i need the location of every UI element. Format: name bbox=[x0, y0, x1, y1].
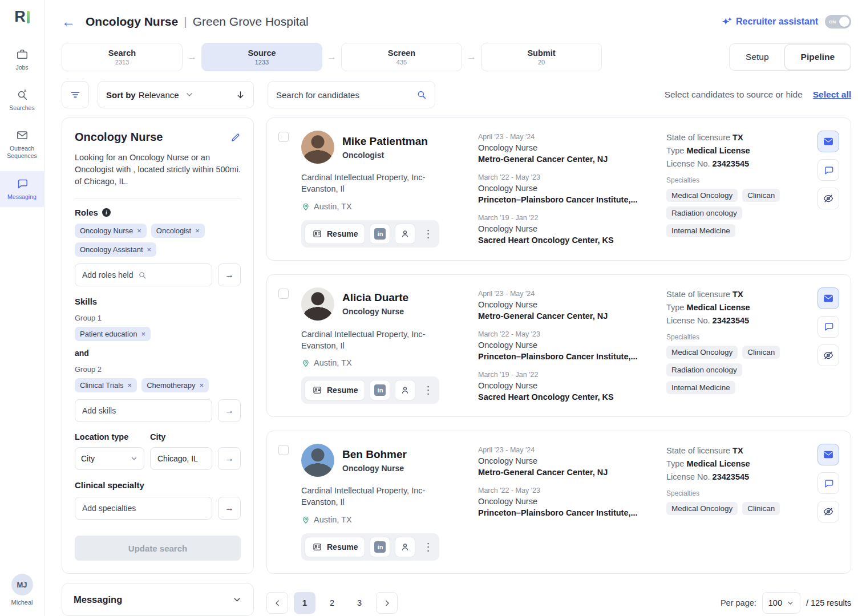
candidate-search-input[interactable] bbox=[276, 90, 412, 100]
page-button-3[interactable]: 3 bbox=[349, 592, 370, 614]
resume-button[interactable]: Resume bbox=[305, 224, 365, 244]
license-no-value: 23423545 bbox=[713, 316, 750, 325]
next-page-button[interactable] bbox=[376, 592, 398, 614]
candidate-checkbox[interactable] bbox=[278, 132, 289, 142]
more-options-button[interactable]: ⋮ bbox=[420, 380, 436, 400]
stage-submit[interactable]: Submit 20 bbox=[481, 43, 602, 71]
remove-chip-icon[interactable]: × bbox=[137, 226, 141, 235]
topbar-right: ✦✦ Recruiter assistant ON bbox=[722, 15, 851, 29]
location-type-select[interactable]: City bbox=[75, 447, 144, 470]
experience-role: Oncology Nurse bbox=[478, 341, 658, 350]
back-button[interactable]: ← bbox=[62, 15, 75, 29]
license-type-label: Type bbox=[666, 459, 684, 468]
email-button[interactable] bbox=[818, 287, 839, 309]
filter-button[interactable] bbox=[62, 81, 89, 108]
stage-source[interactable]: Source 1233 bbox=[201, 43, 322, 71]
remove-chip-icon[interactable]: × bbox=[199, 381, 204, 390]
sidebar-item-outreach-sequences[interactable]: Outreach Sequences bbox=[0, 123, 44, 166]
sort-select[interactable]: Sort by Relevance bbox=[98, 81, 254, 108]
hide-button[interactable] bbox=[818, 188, 839, 209]
license-state-label: State of licensure bbox=[666, 446, 730, 455]
submit-specialties-button[interactable]: → bbox=[218, 497, 241, 520]
recruiter-assistant-button[interactable]: ✦✦ Recruiter assistant bbox=[722, 17, 818, 27]
license-info: State of licensureTX TypeMedical License… bbox=[666, 287, 808, 404]
skill-chip[interactable]: Chemotherapy× bbox=[141, 378, 209, 392]
linkedin-button[interactable]: in bbox=[370, 537, 390, 557]
message-button[interactable] bbox=[818, 472, 839, 494]
sidebar-item-messaging[interactable]: Messaging bbox=[0, 171, 44, 207]
remove-chip-icon[interactable]: × bbox=[195, 226, 200, 235]
app-logo[interactable]: R bbox=[14, 9, 30, 25]
email-button[interactable] bbox=[818, 444, 839, 465]
experience-dates: March '19 - Jan '22 bbox=[478, 371, 658, 379]
location-pin-icon bbox=[301, 358, 310, 367]
role-chip[interactable]: Oncology Nurse× bbox=[75, 224, 147, 238]
role-chip[interactable]: Oncologist× bbox=[151, 224, 205, 238]
message-button[interactable] bbox=[818, 316, 839, 338]
sort-direction-button[interactable] bbox=[236, 90, 245, 100]
email-button[interactable] bbox=[818, 131, 839, 152]
add-skills-field bbox=[75, 399, 212, 422]
resume-button[interactable]: Resume bbox=[305, 537, 365, 557]
add-skills-input[interactable] bbox=[82, 406, 205, 415]
add-roles-input[interactable]: Add roles held bbox=[75, 264, 212, 286]
stage-search[interactable]: Search 2313 bbox=[62, 43, 183, 71]
page-button-1[interactable]: 1 bbox=[294, 592, 315, 614]
skill-chip[interactable]: Patient education× bbox=[75, 327, 151, 341]
remove-chip-icon[interactable]: × bbox=[128, 381, 132, 390]
page-button-2[interactable]: 2 bbox=[321, 592, 343, 614]
submit-roles-button[interactable]: → bbox=[218, 264, 241, 286]
select-all-link[interactable]: Select all bbox=[813, 90, 851, 100]
chevron-down-icon bbox=[787, 599, 794, 607]
role-chip[interactable]: Oncology Assistant× bbox=[75, 242, 156, 257]
hide-button[interactable] bbox=[818, 501, 839, 522]
message-button[interactable] bbox=[818, 159, 839, 181]
submit-skills-button[interactable]: → bbox=[218, 399, 241, 422]
update-search-button[interactable]: Update search bbox=[75, 536, 241, 561]
eye-off-icon bbox=[823, 350, 834, 361]
remove-chip-icon[interactable]: × bbox=[147, 245, 152, 254]
user-avatar[interactable]: MJ bbox=[11, 574, 33, 595]
candidate-quick-actions bbox=[816, 131, 839, 248]
contact-profile-button[interactable] bbox=[395, 380, 415, 400]
experience-list: April '23 - May '24 Oncology Nurse Metro… bbox=[478, 444, 658, 561]
messaging-section[interactable]: Messaging bbox=[62, 583, 254, 616]
specialty-chip: Internal Medicine bbox=[666, 381, 735, 394]
linkedin-button[interactable]: in bbox=[370, 380, 390, 400]
specialty-list: Medical Oncology Clinican Radiation onco… bbox=[666, 189, 808, 237]
specialties-label: Specialties bbox=[666, 333, 808, 341]
stage-arrow-icon: → bbox=[327, 51, 337, 63]
candidate-checkbox[interactable] bbox=[278, 289, 289, 299]
resume-button[interactable]: Resume bbox=[305, 380, 365, 400]
more-options-button[interactable]: ⋮ bbox=[420, 224, 436, 244]
envelope-icon bbox=[823, 136, 834, 147]
submit-city-button[interactable]: → bbox=[218, 447, 241, 470]
edit-pencil-icon[interactable] bbox=[230, 132, 241, 143]
hide-button[interactable] bbox=[818, 345, 839, 366]
per-page-select[interactable]: 100 bbox=[762, 592, 800, 614]
assistant-toggle[interactable]: ON bbox=[825, 15, 851, 29]
chevron-down-icon bbox=[130, 455, 138, 463]
pipeline-tab[interactable]: Pipeline bbox=[784, 44, 851, 70]
setup-tab[interactable]: Setup bbox=[730, 44, 785, 70]
add-specialties-input[interactable] bbox=[82, 504, 205, 513]
city-input[interactable] bbox=[150, 447, 212, 470]
contact-profile-button[interactable] bbox=[395, 224, 415, 244]
sidebar-item-searches[interactable]: a Searches bbox=[0, 82, 44, 118]
skill-chip[interactable]: Clinical Trials× bbox=[75, 378, 137, 392]
prev-page-button[interactable] bbox=[266, 592, 288, 614]
content: Oncology Nurse Looking for an Oncology N… bbox=[44, 108, 866, 616]
candidate-company: Cardinal Intellectual Property, Inc- Eva… bbox=[301, 485, 445, 508]
stage-label: Submit bbox=[527, 48, 555, 58]
linkedin-button[interactable]: in bbox=[370, 224, 390, 244]
more-options-button[interactable]: ⋮ bbox=[420, 537, 436, 557]
info-icon[interactable]: i bbox=[102, 208, 111, 217]
toggle-on-label: ON bbox=[829, 19, 836, 25]
candidate-name: Ben Bohmer bbox=[342, 448, 407, 461]
sidebar-item-jobs[interactable]: Jobs bbox=[0, 42, 44, 78]
stage-screen[interactable]: Screen 435 bbox=[341, 43, 462, 71]
candidate-name: Alicia Duarte bbox=[342, 291, 408, 304]
remove-chip-icon[interactable]: × bbox=[141, 330, 145, 338]
contact-profile-button[interactable] bbox=[395, 537, 415, 557]
candidate-checkbox[interactable] bbox=[278, 445, 289, 455]
